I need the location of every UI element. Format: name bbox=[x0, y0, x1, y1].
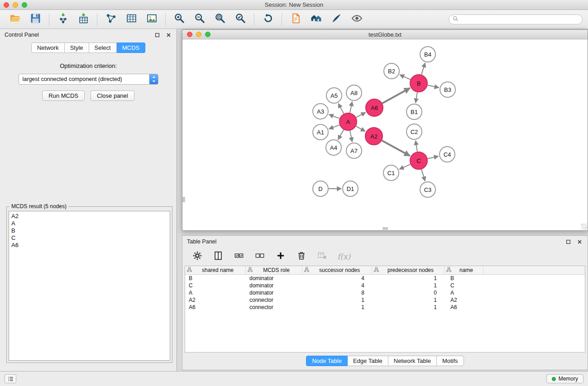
vertical-scrollbar-stub[interactable] bbox=[182, 197, 185, 202]
graph-edge-B-B2[interactable] bbox=[400, 75, 411, 80]
table-row[interactable]: Adominator80A bbox=[185, 289, 585, 296]
delete-row-button[interactable] bbox=[295, 250, 308, 263]
graph-edge-B-B1[interactable] bbox=[416, 92, 417, 103]
column-header-MCDS-role[interactable]: MCDS role bbox=[246, 266, 302, 274]
graph-edge-A-A3[interactable] bbox=[329, 114, 340, 119]
float-panel-button[interactable] bbox=[153, 31, 161, 38]
graph-edge-B-B4[interactable] bbox=[421, 63, 425, 75]
table-row[interactable]: Bdominator41B bbox=[185, 275, 585, 282]
table-row[interactable]: A6connector11A6 bbox=[185, 304, 585, 311]
optimization-criterion-select[interactable]: largest connected component (directed) bbox=[19, 74, 158, 85]
graph-edge-C-C3[interactable] bbox=[421, 169, 425, 181]
control-tab-select[interactable]: Select bbox=[89, 43, 117, 53]
mcds-result-item[interactable]: B bbox=[11, 227, 167, 234]
refresh-button[interactable] bbox=[261, 13, 275, 26]
mcds-result-list[interactable]: A2ABCA6 bbox=[9, 211, 170, 361]
graph-node-B1[interactable] bbox=[406, 104, 422, 119]
graph-node-A2[interactable] bbox=[365, 128, 382, 145]
close-panel-icon-button[interactable] bbox=[165, 31, 172, 38]
graph-edge-A-A5[interactable] bbox=[338, 104, 344, 114]
column-header-successor-nodes[interactable]: successor nodes bbox=[302, 266, 372, 274]
column-button[interactable] bbox=[211, 250, 225, 263]
graph-node-A4[interactable] bbox=[326, 140, 341, 155]
zoom-out-button[interactable] bbox=[193, 13, 206, 26]
graph-node-A3[interactable] bbox=[313, 104, 328, 119]
import-table-button[interactable] bbox=[76, 13, 90, 26]
zoom-selected-button[interactable] bbox=[234, 13, 247, 26]
graph-node-A6[interactable] bbox=[366, 99, 383, 116]
session-document-button[interactable] bbox=[289, 13, 302, 26]
deselect-all-button[interactable] bbox=[253, 250, 267, 263]
network-minimize-button[interactable] bbox=[196, 32, 201, 37]
gear-button[interactable] bbox=[191, 250, 204, 263]
graph-edge-A-A4[interactable] bbox=[338, 129, 344, 139]
tab-edge-table[interactable]: Edge Table bbox=[348, 356, 388, 366]
control-tab-mcds[interactable]: MCDS bbox=[117, 43, 145, 53]
network-window-titlebar[interactable]: testGlobe.txt bbox=[182, 30, 588, 39]
network-canvas[interactable]: B4B2BB3A5A8A6B1A3AC2A1A2A4A7C4CC1C3DD1 bbox=[182, 39, 588, 230]
graph-node-C3[interactable] bbox=[420, 182, 435, 197]
close-panel-button[interactable]: Close panel bbox=[91, 91, 134, 101]
open-folder-button[interactable] bbox=[8, 13, 22, 26]
export-image-button[interactable] bbox=[145, 13, 158, 26]
graph-node-A1[interactable] bbox=[313, 124, 328, 140]
zoom-fit-button[interactable] bbox=[213, 13, 227, 26]
graph-edge-A6-B[interactable] bbox=[382, 88, 410, 104]
graph-edge-A-A1[interactable] bbox=[329, 125, 340, 129]
select-all-button[interactable] bbox=[232, 250, 246, 263]
network-zoom-button[interactable] bbox=[205, 32, 210, 37]
search-input[interactable] bbox=[461, 16, 578, 23]
graph-edge-C-C1[interactable] bbox=[399, 164, 410, 169]
zoom-window-button[interactable] bbox=[22, 2, 27, 8]
graph-node-A8[interactable] bbox=[346, 85, 362, 100]
tab-node-table[interactable]: Node Table bbox=[306, 356, 348, 366]
save-button[interactable] bbox=[29, 13, 42, 26]
graph-node-A7[interactable] bbox=[346, 143, 362, 158]
graph-edge-A-A7[interactable] bbox=[350, 131, 352, 142]
graph-edge-A-A6[interactable] bbox=[356, 112, 366, 117]
graph-edge-C-C4[interactable] bbox=[428, 156, 439, 158]
console-toggle-button[interactable] bbox=[5, 374, 16, 383]
network-canvas-area[interactable]: B4B2BB3A5A8A6B1A3AC2A1A2A4A7C4CC1C3DD1 bbox=[182, 39, 588, 230]
tab-network-table[interactable]: Network Table bbox=[388, 356, 437, 366]
search-box[interactable] bbox=[449, 14, 583, 24]
new-table-button[interactable] bbox=[124, 13, 138, 26]
new-network-button[interactable] bbox=[104, 13, 118, 26]
graph-edge-A-A2[interactable] bbox=[356, 126, 365, 131]
graph-edge-A2-C[interactable] bbox=[382, 141, 410, 156]
graph-node-D[interactable] bbox=[313, 181, 328, 196]
delete-table-button[interactable] bbox=[316, 250, 329, 263]
graph-edge-A-A8[interactable] bbox=[350, 102, 352, 113]
graph-node-B2[interactable] bbox=[384, 63, 399, 79]
run-mcds-button[interactable]: Run MCDS bbox=[42, 91, 85, 101]
table-row[interactable]: A2connector11A2 bbox=[185, 296, 585, 304]
graph-node-C1[interactable] bbox=[383, 165, 399, 181]
graph-node-A[interactable] bbox=[339, 113, 357, 130]
memory-button[interactable]: Memory bbox=[546, 374, 583, 383]
mcds-result-item[interactable]: A bbox=[11, 220, 167, 227]
eye-button[interactable] bbox=[350, 13, 363, 26]
import-network-button[interactable] bbox=[56, 13, 70, 26]
mcds-result-item[interactable]: A2 bbox=[11, 213, 167, 220]
style-pen-button[interactable] bbox=[330, 13, 343, 26]
tab-motifs[interactable]: Motifs bbox=[437, 356, 464, 366]
graph-node-C2[interactable] bbox=[406, 124, 422, 139]
function-builder-button[interactable]: f(x) bbox=[336, 252, 350, 261]
mcds-result-item[interactable]: C bbox=[11, 234, 167, 242]
horizontal-scrollbar-stub[interactable] bbox=[382, 227, 388, 230]
graph-node-C[interactable] bbox=[410, 152, 427, 169]
minimize-window-button[interactable] bbox=[13, 2, 18, 8]
control-tab-style[interactable]: Style bbox=[65, 43, 89, 53]
home-button[interactable] bbox=[309, 13, 323, 26]
column-header-predecessor-nodes[interactable]: predecessor nodes bbox=[372, 266, 445, 274]
table-float-panel-button[interactable] bbox=[564, 238, 572, 245]
graph-edge-B-B3[interactable] bbox=[428, 85, 439, 87]
column-header-shared-name[interactable]: shared name bbox=[185, 266, 246, 274]
mcds-result-item[interactable]: A6 bbox=[11, 242, 167, 249]
graph-node-C4[interactable] bbox=[440, 147, 455, 162]
graph-node-D1[interactable] bbox=[343, 181, 358, 196]
graph-edge-C-C2[interactable] bbox=[416, 141, 417, 152]
table-close-panel-button[interactable] bbox=[576, 238, 583, 245]
graph-node-A5[interactable] bbox=[326, 88, 342, 103]
graph-node-B[interactable] bbox=[410, 75, 427, 92]
